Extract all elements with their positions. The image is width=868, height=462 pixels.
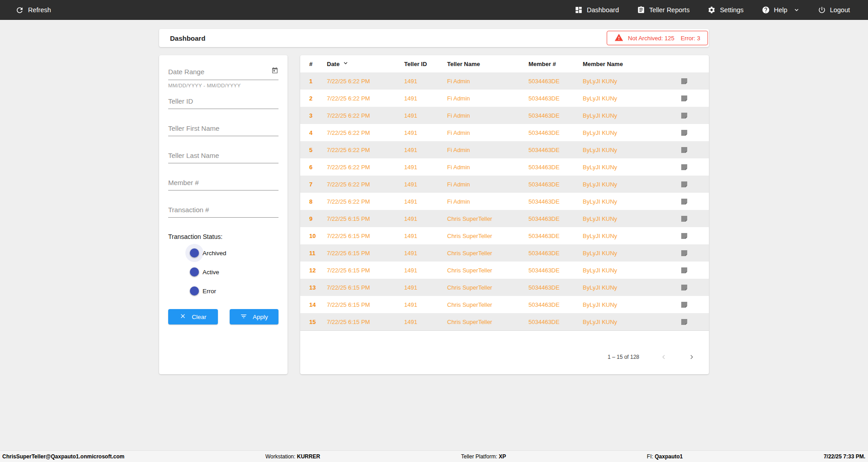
row-teller-name: Chris SuperTeller: [447, 250, 528, 257]
error-toggle[interactable]: [182, 288, 197, 294]
transaction-number-field[interactable]: Transaction #: [168, 206, 278, 218]
teller-id-field[interactable]: Teller ID: [168, 97, 278, 109]
filter-sidebar: Date Range MM/DD/YYYY - MM/DD/YYYY Telle…: [159, 55, 288, 374]
column-header-teller-id: Teller ID: [404, 61, 447, 67]
row-teller-name: Chris SuperTeller: [447, 233, 528, 239]
nav-dashboard[interactable]: Dashboard: [575, 6, 619, 14]
table-row[interactable]: 9 7/22/25 6:15 PM 1491 Chris SuperTeller…: [300, 210, 709, 227]
row-member-number: 5034463DE: [528, 112, 583, 119]
column-header-member-name: Member Name: [583, 61, 674, 67]
row-teller-id: 1491: [404, 284, 447, 291]
active-toggle[interactable]: [182, 269, 197, 275]
row-member-name: ByLyJI KUNy: [583, 198, 674, 205]
toggle-row-active: Active: [182, 267, 278, 276]
table-row[interactable]: 7 7/22/25 6:22 PM 1491 Fi Admin 5034463D…: [300, 176, 709, 193]
row-teller-name: Chris SuperTeller: [447, 319, 528, 325]
calendar-icon[interactable]: [271, 67, 278, 76]
row-teller-id: 1491: [404, 267, 447, 274]
refresh-button[interactable]: Refresh: [15, 6, 51, 14]
page-title-bar: Dashboard Not Archived: 125 Error: 3: [159, 29, 709, 47]
column-header-date[interactable]: Date: [327, 60, 404, 68]
nav-teller-reports[interactable]: Teller Reports: [637, 6, 689, 14]
table-row[interactable]: 6 7/22/25 6:22 PM 1491 Fi Admin 5034463D…: [300, 158, 709, 176]
row-member-number: 5034463DE: [528, 78, 583, 85]
table-row[interactable]: 14 7/22/25 6:15 PM 1491 Chris SuperTelle…: [300, 296, 709, 313]
apply-button-label: Apply: [253, 314, 268, 320]
row-member-number: 5034463DE: [528, 147, 583, 153]
nav-settings-label: Settings: [720, 6, 743, 14]
table-row[interactable]: 1 7/22/25 6:22 PM 1491 Fi Admin 5034463D…: [300, 72, 709, 90]
table-row[interactable]: 4 7/22/25 6:22 PM 1491 Fi Admin 5034463D…: [300, 124, 709, 141]
table-row[interactable]: 10 7/22/25 6:15 PM 1491 Chris SuperTelle…: [300, 227, 709, 244]
row-teller-id: 1491: [404, 95, 447, 102]
row-number: 14: [309, 301, 327, 308]
apply-button[interactable]: Apply: [230, 309, 278, 324]
row-teller-name: Fi Admin: [447, 198, 528, 205]
row-member-name: ByLyJI KUNy: [583, 181, 674, 188]
clear-button[interactable]: Clear: [168, 309, 218, 324]
row-teller-name: Fi Admin: [447, 95, 528, 102]
clear-x-icon: [179, 313, 186, 321]
nav-logout[interactable]: Logout: [818, 6, 850, 14]
table-row[interactable]: 3 7/22/25 6:22 PM 1491 Fi Admin 5034463D…: [300, 107, 709, 124]
row-teller-id: 1491: [404, 164, 447, 171]
table-row[interactable]: 2 7/22/25 6:22 PM 1491 Fi Admin 5034463D…: [300, 90, 709, 107]
nav-dashboard-label: Dashboard: [587, 6, 619, 14]
row-member-name: ByLyJI KUNy: [583, 147, 674, 153]
table-row[interactable]: 11 7/22/25 6:15 PM 1491 Chris SuperTelle…: [300, 244, 709, 262]
table-row[interactable]: 15 7/22/25 6:15 PM 1491 Chris SuperTelle…: [300, 313, 709, 330]
note-icon[interactable]: [674, 249, 703, 257]
previous-page-button[interactable]: [660, 353, 667, 361]
nav-settings[interactable]: Settings: [708, 6, 743, 14]
nav-teller-reports-label: Teller Reports: [649, 6, 689, 14]
note-icon[interactable]: [674, 215, 703, 223]
row-number: 11: [309, 250, 327, 257]
note-icon[interactable]: [674, 95, 703, 102]
note-icon[interactable]: [674, 77, 703, 85]
note-icon[interactable]: [674, 181, 703, 188]
row-date: 7/22/25 6:15 PM: [327, 319, 404, 325]
note-icon[interactable]: [674, 232, 703, 240]
row-teller-id: 1491: [404, 198, 447, 205]
note-icon[interactable]: [674, 198, 703, 205]
note-icon[interactable]: [674, 146, 703, 154]
note-icon[interactable]: [674, 284, 703, 291]
teller-last-name-field[interactable]: Teller Last Name: [168, 152, 278, 163]
archived-toggle[interactable]: [182, 250, 197, 256]
row-member-name: ByLyJI KUNy: [583, 233, 674, 239]
row-teller-name: Chris SuperTeller: [447, 215, 528, 222]
note-icon[interactable]: [674, 267, 703, 274]
toggle-row-error: Error: [182, 286, 278, 295]
table-row[interactable]: 8 7/22/25 6:22 PM 1491 Fi Admin 5034463D…: [300, 193, 709, 210]
row-teller-id: 1491: [404, 250, 447, 257]
row-number: 5: [309, 147, 327, 153]
note-icon[interactable]: [674, 112, 703, 119]
teller-first-name-field[interactable]: Teller First Name: [168, 124, 278, 136]
note-icon[interactable]: [674, 318, 703, 326]
status-datetime: 7/22/25 7:33 PM.: [824, 453, 865, 460]
member-number-placeholder: Member #: [168, 179, 199, 186]
nav-help[interactable]: Help: [762, 6, 800, 14]
table-row[interactable]: 13 7/22/25 6:15 PM 1491 Chris SuperTelle…: [300, 279, 709, 296]
note-icon[interactable]: [674, 129, 703, 137]
row-date: 7/22/25 6:22 PM: [327, 164, 404, 171]
row-date: 7/22/25 6:22 PM: [327, 112, 404, 119]
row-teller-id: 1491: [404, 78, 447, 85]
date-range-field[interactable]: Date Range MM/DD/YYYY - MM/DD/YYYY: [168, 67, 278, 88]
note-icon[interactable]: [674, 301, 703, 309]
row-teller-id: 1491: [404, 181, 447, 188]
table-row[interactable]: 5 7/22/25 6:22 PM 1491 Fi Admin 5034463D…: [300, 141, 709, 158]
table-row[interactable]: 12 7/22/25 6:15 PM 1491 Chris SuperTelle…: [300, 262, 709, 279]
next-page-button[interactable]: [688, 353, 695, 361]
row-teller-id: 1491: [404, 129, 447, 136]
row-number: 6: [309, 164, 327, 171]
row-date: 7/22/25 6:22 PM: [327, 95, 404, 102]
note-icon[interactable]: [674, 163, 703, 171]
row-member-name: ByLyJI KUNy: [583, 250, 674, 257]
pagination: 1 – 15 of 128: [300, 353, 709, 361]
bottom-status-bar: ChrisSuperTeller@Qaxpauto1.onmicrosoft.c…: [0, 450, 868, 462]
status-fi: FI: Qaxpauto1: [647, 453, 683, 460]
teller-id-placeholder: Teller ID: [168, 97, 193, 105]
member-number-field[interactable]: Member #: [168, 179, 278, 191]
row-teller-name: Chris SuperTeller: [447, 284, 528, 291]
